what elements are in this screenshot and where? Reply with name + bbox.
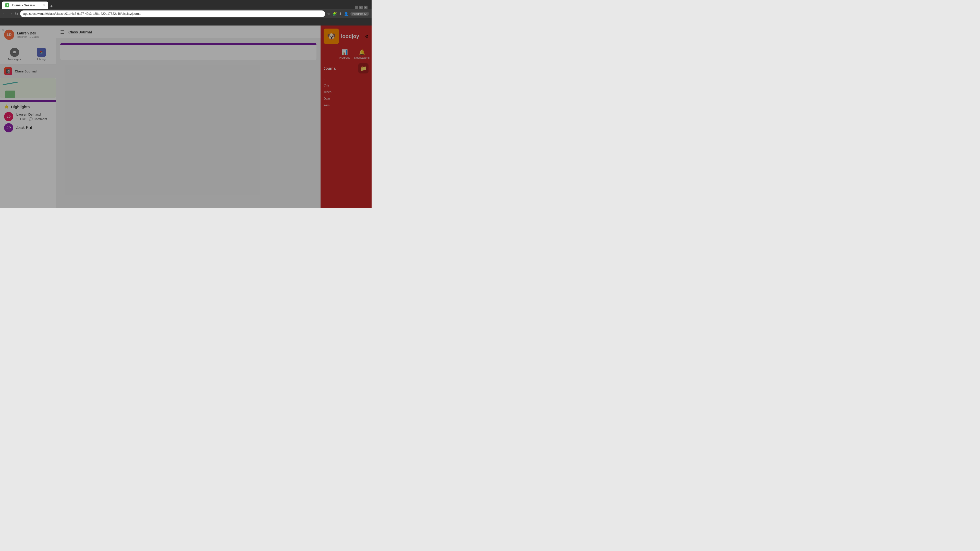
tab-title: Journal - Seesaw bbox=[11, 3, 41, 7]
maximize-button[interactable]: □ bbox=[360, 6, 363, 9]
extensions-icon[interactable]: 🧩 bbox=[332, 12, 337, 16]
tab-bar: S Journal - Seesaw × + — □ ✕ bbox=[0, 0, 372, 9]
address-input[interactable] bbox=[20, 11, 325, 17]
bookmark-icon[interactable]: ☆ bbox=[327, 12, 331, 16]
close-window-button[interactable]: ✕ bbox=[364, 6, 368, 9]
modal-overlay[interactable]: × Private Teacher Notes 🔒 Private notes … bbox=[0, 25, 372, 208]
browser-chrome: S Journal - Seesaw × + — □ ✕ ← → ↻ ☆ 🧩 ⬇… bbox=[0, 0, 372, 25]
tab-favicon: S bbox=[5, 3, 9, 7]
address-icons: ☆ 🧩 ⬇ 👤 Incognito (2) bbox=[327, 12, 369, 16]
minimize-button[interactable]: — bbox=[355, 6, 358, 9]
active-tab[interactable]: S Journal - Seesaw × bbox=[2, 2, 48, 9]
back-button[interactable]: ← bbox=[3, 11, 6, 16]
incognito-badge: Incognito (2) bbox=[350, 12, 369, 16]
new-tab-button[interactable]: + bbox=[50, 4, 53, 9]
forward-button[interactable]: → bbox=[9, 11, 13, 16]
refresh-button[interactable]: ↻ bbox=[15, 11, 18, 16]
profile-icon[interactable]: 👤 bbox=[344, 12, 348, 16]
app-container: LD Lauren Deli Teacher - 1 Class 💬 Messa… bbox=[0, 25, 372, 208]
address-bar: ← → ↻ ☆ 🧩 ⬇ 👤 Incognito (2) bbox=[0, 9, 372, 18]
download-icon[interactable]: ⬇ bbox=[339, 12, 342, 16]
tab-close-button[interactable]: × bbox=[43, 3, 45, 7]
